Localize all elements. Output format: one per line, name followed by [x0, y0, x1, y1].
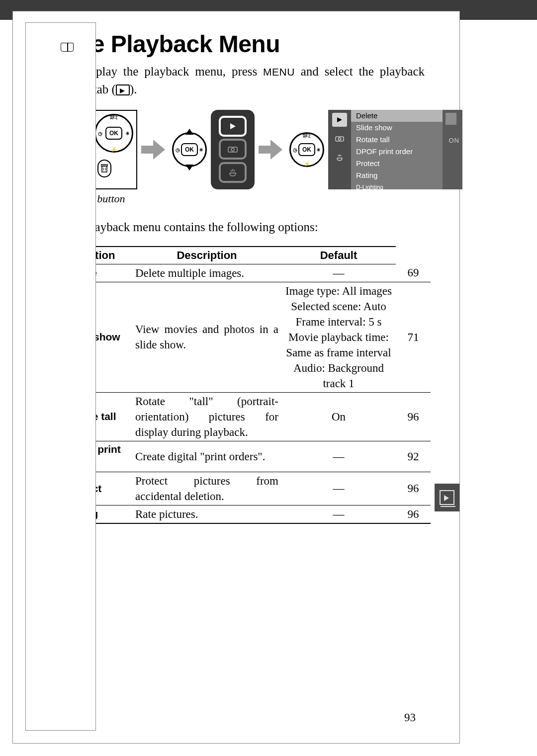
- table-row: Slide show View movies and photos in a s…: [63, 282, 431, 392]
- page-number: 93: [404, 711, 416, 724]
- svg-marker-10: [337, 117, 342, 122]
- menu-item-slideshow: Slide show: [351, 122, 443, 134]
- menu-tab-column: [211, 110, 255, 189]
- page-cell: 69: [396, 264, 431, 282]
- table-row: Rating Rate pictures. — 96: [63, 505, 431, 523]
- ok-button: OK: [181, 143, 198, 156]
- flash-icon: ⚡: [111, 147, 117, 152]
- intro-text-3: ).: [130, 83, 137, 96]
- playback-tab-icon: [332, 113, 347, 127]
- svg-marker-7: [230, 123, 236, 129]
- menu-button-caption: MENU button: [63, 192, 425, 205]
- menu-item-dlighting: D-Lighting: [351, 181, 443, 189]
- delete-button: [97, 160, 111, 177]
- page-title: The Playback Menu: [63, 30, 425, 58]
- down-arrow-icon: [185, 165, 193, 170]
- lead-paragraph: The playback menu contains the following…: [63, 220, 425, 234]
- camera-menu-sidebar: [328, 110, 351, 189]
- timer-icon: ◷: [98, 130, 102, 136]
- scrollbar-thumb: [446, 113, 456, 125]
- svg-rect-3: [102, 166, 107, 172]
- description-cell: Rate pictures.: [132, 505, 281, 523]
- column-header-default: Default: [281, 247, 396, 264]
- exposure-icon: ☀: [199, 147, 203, 152]
- default-cell: —: [281, 441, 396, 472]
- setup-tab-icon: [332, 151, 347, 165]
- table-row: Protect Protect pictures from accidental…: [63, 472, 431, 505]
- description-cell: View movies and photos in a slide show.: [132, 282, 281, 392]
- column-header-page: [25, 22, 96, 731]
- menu-item-delete: Delete: [351, 110, 443, 122]
- playback-tab-icon: [116, 84, 130, 95]
- instruction-diagram: OK AE-LAF-L ⚡ ◷ ☀ MENU OK ◷: [63, 110, 425, 189]
- ok-button: OK: [298, 143, 315, 156]
- menu-item-rotate-tall: Rotate tall: [351, 134, 443, 146]
- ae-af-lock-icon: AE-LAF-L: [303, 133, 311, 138]
- camera-menu-screenshot: Delete Slide show Rotate tall DPOF print…: [328, 110, 462, 189]
- shooting-tab-icon: [332, 132, 347, 146]
- shooting-tab-icon: [219, 139, 247, 160]
- setup-tab-icon: [219, 162, 247, 183]
- menu-item-rating: Rating: [351, 169, 443, 181]
- multiselector-dial: OK AE-LAF-L ⚡ ◷ ☀: [94, 114, 133, 153]
- playback-options-table: Option Description Default Delete Delete…: [63, 246, 431, 524]
- arrow-right-icon: [141, 140, 168, 160]
- default-cell: On: [281, 392, 396, 441]
- default-cell: —: [281, 264, 396, 282]
- description-cell: Create digital "print orders".: [132, 441, 281, 472]
- description-cell: Delete multiple images.: [132, 264, 281, 282]
- svg-point-9: [231, 148, 234, 151]
- timer-icon: ◷: [176, 147, 180, 152]
- timer-icon: ◷: [293, 147, 297, 152]
- arrow-right-icon: [259, 140, 285, 160]
- svg-point-12: [339, 138, 341, 140]
- table-row: DPOF print order Create digital "print o…: [63, 441, 431, 472]
- page: The Playback Menu To display the playbac…: [12, 11, 460, 744]
- page-cell: 71: [396, 282, 431, 392]
- table-row: Delete Delete multiple images. — 69: [63, 264, 431, 282]
- page-ref-icon: [61, 43, 74, 52]
- default-cell: Image type: All images Selected scene: A…: [281, 282, 396, 392]
- page-cell: 96: [396, 472, 431, 505]
- menu-item-protect: Protect: [351, 158, 443, 169]
- ok-button: OK: [105, 127, 122, 140]
- exposure-icon: ☀: [316, 147, 321, 152]
- multiselector-up-down: OK ◷ ☀: [172, 132, 207, 167]
- flash-icon: ⚡: [304, 161, 310, 167]
- column-header-description: Description: [132, 247, 281, 264]
- description-cell: Rotate "tall" (portrait-orientation) pic…: [132, 392, 281, 441]
- exposure-icon: ☀: [125, 130, 130, 136]
- rotate-tall-value: ON: [449, 137, 460, 144]
- menu-item-dpof: DPOF print order: [351, 146, 443, 158]
- intro-paragraph: To display the playback menu, press MENU…: [63, 63, 425, 99]
- page-cell: 92: [396, 441, 431, 472]
- camera-menu-list: Delete Slide show Rotate tall DPOF print…: [351, 110, 443, 189]
- caption-text: button: [94, 192, 125, 205]
- section-tab-playback: [435, 484, 459, 511]
- default-cell: —: [281, 505, 396, 523]
- svg-rect-4: [101, 165, 108, 166]
- up-arrow-icon: [185, 129, 193, 135]
- playback-tab-icon: [219, 116, 247, 137]
- default-cell: —: [281, 472, 396, 505]
- camera-menu-scrollbar: ON: [443, 110, 462, 189]
- description-cell: Protect pictures from accidental deletio…: [132, 472, 281, 505]
- ae-af-lock-icon: AE-LAF-L: [110, 114, 118, 120]
- menu-word: MENU: [263, 66, 295, 78]
- page-cell: 96: [396, 392, 431, 441]
- multiselector-ok: OK AE-LAF-L ⚡ ◷ ☀: [289, 132, 324, 167]
- table-row: Rotate tall Rotate "tall" (portrait-orie…: [63, 392, 431, 441]
- playback-icon: [440, 490, 454, 505]
- page-cell: 96: [396, 505, 431, 523]
